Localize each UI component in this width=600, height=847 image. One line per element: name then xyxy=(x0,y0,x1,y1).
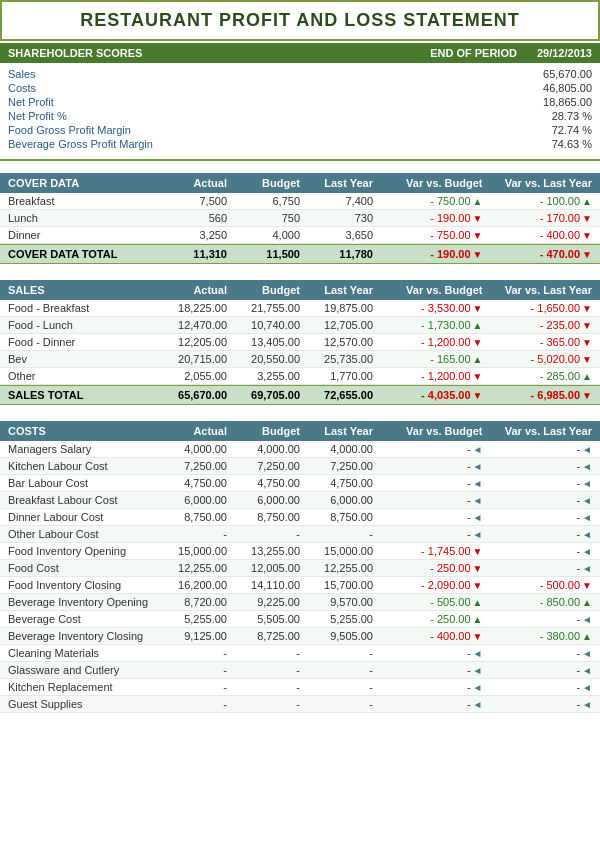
shareholder-label: SHAREHOLDER SCORES xyxy=(8,47,142,59)
table-row: Dinner 3,250 4,000 3,650 - 750.00 ▼ - 40… xyxy=(0,227,600,244)
summary-section: Sales65,670.00Costs46,805.00Net Profit18… xyxy=(0,63,600,161)
table-row: Food Inventory Closing 16,200.00 14,110.… xyxy=(0,577,600,594)
table-row: Cleaning Materials - - - - ◄ - ◄ xyxy=(0,645,600,662)
table-row: Beverage Cost 5,255.00 5,505.00 5,255.00… xyxy=(0,611,600,628)
table-row: Breakfast Labour Cost 6,000.00 6,000.00 … xyxy=(0,492,600,509)
costs-header: COSTS Actual Budget Last Year Var vs. Bu… xyxy=(0,421,600,441)
total-row: COVER DATA TOTAL 11,310 11,500 11,780 - … xyxy=(0,244,600,264)
table-row: Food Inventory Opening 15,000.00 13,255.… xyxy=(0,543,600,560)
shareholder-header: SHAREHOLDER SCORES END OF PERIOD 29/12/2… xyxy=(0,43,600,63)
summary-row: Net Profit %28.73 % xyxy=(8,109,592,123)
table-row: Other 2,055.00 3,255.00 1,770.00 - 1,200… xyxy=(0,368,600,385)
table-row: Food Cost 12,255.00 12,005.00 12,255.00 … xyxy=(0,560,600,577)
table-row: Bev 20,715.00 20,550.00 25,735.00 - 165.… xyxy=(0,351,600,368)
total-row: SALES TOTAL 65,670.00 69,705.00 72,655.0… xyxy=(0,385,600,405)
summary-row: Beverage Gross Profit Margin74.63 % xyxy=(8,137,592,151)
summary-row: Net Profit18,865.00 xyxy=(8,95,592,109)
table-row: Glassware and Cutlery - - - - ◄ - ◄ xyxy=(0,662,600,679)
end-of-period-label: END OF PERIOD xyxy=(430,47,517,59)
summary-row: Sales65,670.00 xyxy=(8,67,592,81)
table-row: Beverage Inventory Closing 9,125.00 8,72… xyxy=(0,628,600,645)
sales-header: SALES Actual Budget Last Year Var vs. Bu… xyxy=(0,280,600,300)
cover-data-header: COVER DATA Actual Budget Last Year Var v… xyxy=(0,173,600,193)
table-row: Guest Supplies - - - - ◄ - ◄ xyxy=(0,696,600,713)
summary-row: Food Gross Profit Margin72.74 % xyxy=(8,123,592,137)
table-row: Food - Lunch 12,470.00 10,740.00 12,705.… xyxy=(0,317,600,334)
period-date: 29/12/2013 xyxy=(537,47,592,59)
table-row: Bar Labour Cost 4,750.00 4,750.00 4,750.… xyxy=(0,475,600,492)
table-row: Other Labour Cost - - - - ◄ - ◄ xyxy=(0,526,600,543)
table-row: Food - Dinner 12,205.00 13,405.00 12,570… xyxy=(0,334,600,351)
table-row: Kitchen Replacement - - - - ◄ - ◄ xyxy=(0,679,600,696)
main-title: RESTAURANT PROFIT AND LOSS STATEMENT xyxy=(0,0,600,41)
table-row: Dinner Labour Cost 8,750.00 8,750.00 8,7… xyxy=(0,509,600,526)
table-row: Managers Salary 4,000.00 4,000.00 4,000.… xyxy=(0,441,600,458)
table-row: Beverage Inventory Opening 8,720.00 9,22… xyxy=(0,594,600,611)
summary-row: Costs46,805.00 xyxy=(8,81,592,95)
table-row: Lunch 560 750 730 - 190.00 ▼ - 170.00 ▼ xyxy=(0,210,600,227)
table-row: Kitchen Labour Cost 7,250.00 7,250.00 7,… xyxy=(0,458,600,475)
table-row: Food - Breakfast 18,225.00 21,755.00 19,… xyxy=(0,300,600,317)
table-row: Breakfast 7,500 6,750 7,400 - 750.00 ▲ -… xyxy=(0,193,600,210)
